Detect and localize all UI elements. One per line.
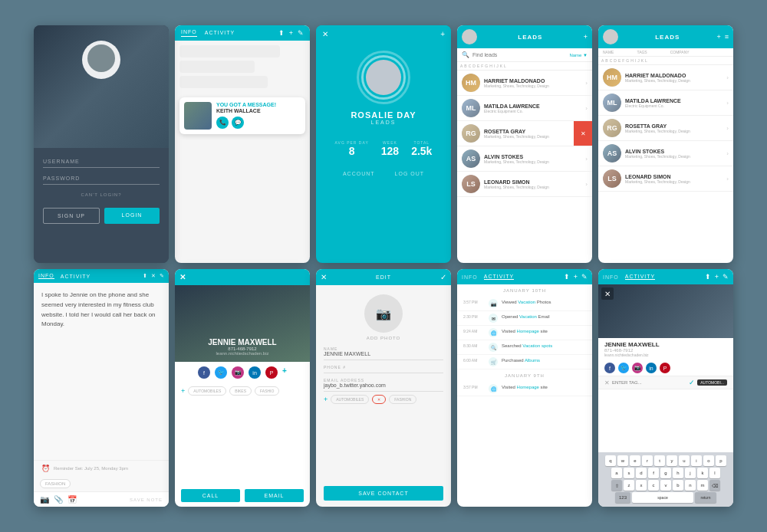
alpha-c[interactable]: C: [469, 64, 472, 68]
note-tab-info[interactable]: INFO: [38, 273, 54, 279]
alpha-h[interactable]: H: [489, 64, 492, 68]
plus-icon-2[interactable]: +: [716, 33, 720, 41]
alpha-i[interactable]: I: [494, 64, 495, 68]
share-icon[interactable]: ⬆: [278, 29, 285, 37]
tag-check-10[interactable]: ✓: [689, 379, 695, 386]
plus-icon[interactable]: +: [289, 29, 293, 37]
kb-s[interactable]: s: [624, 468, 634, 478]
login-button[interactable]: LOGIN: [104, 208, 160, 224]
note-tag-fashion[interactable]: FASHION: [40, 479, 71, 488]
kb-j[interactable]: j: [685, 468, 696, 478]
kb-w[interactable]: w: [617, 455, 628, 466]
tab-activity[interactable]: ACTIVITY: [205, 30, 235, 37]
plus-icon-10[interactable]: +: [715, 273, 719, 281]
share-icon-10[interactable]: ⬆: [705, 273, 711, 281]
lead2-item-3[interactable]: RG ROSETTA GRAY Marketing, Shoes, Techno…: [598, 116, 733, 141]
pi-icon-10[interactable]: P: [660, 363, 670, 373]
save-note-button[interactable]: SAVE NOTE: [130, 498, 163, 502]
tw-icon-10[interactable]: 🐦: [618, 363, 629, 373]
fb-icon-10[interactable]: f: [604, 363, 615, 373]
pinterest-icon[interactable]: P: [265, 366, 278, 379]
lead2-item-4[interactable]: AS ALVIN STOKES Marketing, Shoes, Techno…: [598, 141, 733, 166]
call-icon[interactable]: 📞: [216, 117, 229, 129]
tag-fashion-8[interactable]: FASHION: [389, 395, 416, 404]
alpha-k[interactable]: K: [500, 64, 502, 68]
activity-log-tab-info[interactable]: INFO: [462, 274, 478, 280]
kb-m[interactable]: m: [697, 480, 708, 491]
kb-l[interactable]: l: [709, 468, 720, 478]
kb-v[interactable]: v: [660, 480, 671, 491]
lead-item-3[interactable]: RG ROSETTA GRAY Marketing, Shoes, Techno…: [457, 121, 592, 146]
ig-icon-10[interactable]: 📷: [632, 363, 643, 373]
kb-u[interactable]: u: [679, 455, 690, 466]
alpha2-c[interactable]: C: [610, 58, 613, 63]
kb-i[interactable]: i: [691, 455, 702, 466]
alpha2-f[interactable]: F: [622, 58, 624, 63]
kb-return[interactable]: return: [695, 492, 716, 503]
alpha2-h[interactable]: H: [630, 58, 634, 63]
kb-del[interactable]: ⌫: [709, 480, 720, 491]
alpha2-e[interactable]: E: [618, 58, 621, 63]
alpha-b[interactable]: B: [464, 64, 466, 68]
lead-item-1[interactable]: HM HARRIET MALDONADO Marketing, Shoes, T…: [457, 71, 592, 96]
logout-button[interactable]: LOG OUT: [389, 168, 431, 180]
plus-icon-9[interactable]: +: [574, 273, 578, 281]
instagram-icon[interactable]: 📷: [232, 366, 244, 379]
edit-photo-placeholder[interactable]: 📷: [364, 294, 403, 333]
alpha2-g[interactable]: G: [626, 58, 629, 63]
pencil-icon[interactable]: ✎: [298, 29, 304, 37]
kb-f[interactable]: f: [648, 468, 659, 478]
kb-p[interactable]: p: [716, 455, 726, 466]
password-field[interactable]: PASSWORD: [43, 172, 160, 185]
kb-b[interactable]: b: [673, 480, 683, 491]
kb-a[interactable]: a: [611, 468, 622, 478]
email-value[interactable]: jaybo_b.twitter.yahoo.com: [324, 383, 443, 388]
pencil-icon-9[interactable]: ✎: [581, 273, 588, 281]
account-button[interactable]: ACCOUNT: [337, 168, 381, 180]
kb-c[interactable]: c: [648, 480, 659, 491]
kb-shift[interactable]: ⇧: [611, 480, 622, 491]
alpha-j[interactable]: J: [496, 64, 499, 68]
filter-icon[interactable]: ≡: [725, 33, 729, 41]
alpha2-a[interactable]: A: [601, 58, 604, 63]
alpha2-l[interactable]: L: [645, 58, 647, 63]
kb-z[interactable]: z: [624, 480, 634, 491]
linkedin-icon[interactable]: in: [249, 366, 261, 379]
kb-tab-info[interactable]: INFO: [603, 274, 619, 280]
tag-bikes-7[interactable]: BIKES: [229, 386, 252, 396]
kb-r[interactable]: r: [642, 455, 653, 466]
photo-icon[interactable]: 📷: [40, 495, 49, 504]
message-card[interactable]: YOU GOT A MESSAGE! KEITH WALLACE 📞 💬: [179, 97, 305, 134]
tag-add-icon[interactable]: +: [324, 396, 328, 403]
name-filter[interactable]: Name ▼: [569, 53, 588, 57]
close-x-8[interactable]: ✕: [321, 273, 327, 281]
delete-button-3[interactable]: ✕: [574, 121, 592, 146]
call-button-7[interactable]: CALL: [181, 489, 240, 502]
alpha2-j[interactable]: J: [637, 58, 640, 63]
close-icon[interactable]: ✕: [322, 30, 328, 38]
chat-icon[interactable]: 💬: [232, 117, 244, 129]
activity-log-tab-activity[interactable]: ACTIVITY: [484, 274, 515, 280]
kb-q[interactable]: q: [605, 455, 616, 466]
plus-icon[interactable]: +: [440, 30, 445, 38]
tag-fashion-7[interactable]: FASHIO: [255, 386, 279, 396]
kb-k[interactable]: k: [697, 468, 708, 478]
pencil-icon-note[interactable]: ✎: [160, 273, 164, 279]
close-x-7[interactable]: ✕: [179, 273, 186, 281]
kb-y[interactable]: y: [667, 455, 677, 466]
attach-icon[interactable]: 📎: [54, 495, 63, 504]
share-icon-note[interactable]: ⬆: [143, 273, 147, 279]
li-icon-10[interactable]: in: [646, 363, 657, 373]
lead-item-5[interactable]: LS LEONARD SIMON Marketing, Shoes, Techn…: [457, 172, 592, 197]
lead2-item-2[interactable]: ML MATILDA LAWRENCE Electric Equipment C…: [598, 90, 733, 116]
save-contact-button[interactable]: SAVE CONTACT: [324, 486, 443, 501]
kb-h[interactable]: h: [673, 468, 683, 478]
more-social-icon[interactable]: +: [282, 366, 287, 379]
alpha-e[interactable]: E: [477, 64, 479, 68]
close-x-note[interactable]: ✕: [151, 273, 156, 279]
forgot-link[interactable]: CAN'T LOGIN?: [43, 192, 160, 197]
alpha-f[interactable]: F: [481, 64, 483, 68]
username-field[interactable]: USERNAME: [43, 156, 160, 168]
photo-x-button[interactable]: ✕: [601, 287, 614, 300]
kb-n[interactable]: n: [685, 480, 696, 491]
